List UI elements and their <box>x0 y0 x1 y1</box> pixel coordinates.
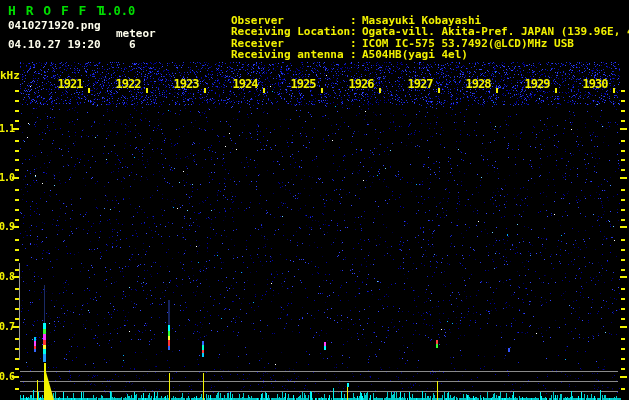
info-label: Receiving antenna <box>231 49 350 61</box>
meteor-count: 6 <box>129 38 136 51</box>
time-tick-label: 1929 <box>520 77 554 91</box>
station-info: Observer:Masayuki Kobayashi Receiving Lo… <box>178 3 629 49</box>
output-filename: 0410271920.png <box>8 19 101 32</box>
y-tick-label: 0.7 <box>0 321 13 332</box>
time-tick-label: 1921 <box>53 77 87 91</box>
y-tick-label: 1.0 <box>0 172 13 183</box>
info-row-observer: Observer:Masayuki Kobayashi <box>178 3 629 15</box>
time-tick-label: 1930 <box>578 77 612 91</box>
time-tick-label: 1927 <box>403 77 437 91</box>
y-axis-unit-label: kHz <box>0 69 20 82</box>
app-title: H R O F F T <box>8 3 105 18</box>
time-tick-label: 1923 <box>169 77 203 91</box>
hrofft-output-screen: H R O F F T 1.0.0 0410271920.png meteor … <box>0 0 629 400</box>
time-tick-label: 1926 <box>344 77 378 91</box>
y-tick-label: 0.9 <box>0 221 13 232</box>
time-tick-label: 1922 <box>111 77 145 91</box>
datetime-label: 04.10.27 19:20 <box>8 38 101 51</box>
y-tick-label: 0.6 <box>0 371 13 382</box>
y-tick-label: 0.8 <box>0 271 13 282</box>
info-value: A504HB(yagi 4el) <box>362 48 468 61</box>
y-tick-label: 1.1 <box>0 123 13 134</box>
app-version: 1.0.0 <box>99 4 135 18</box>
time-tick-label: 1928 <box>461 77 495 91</box>
time-tick-label: 1924 <box>228 77 262 91</box>
info-separator: : <box>350 49 362 61</box>
time-tick-label: 1925 <box>286 77 320 91</box>
